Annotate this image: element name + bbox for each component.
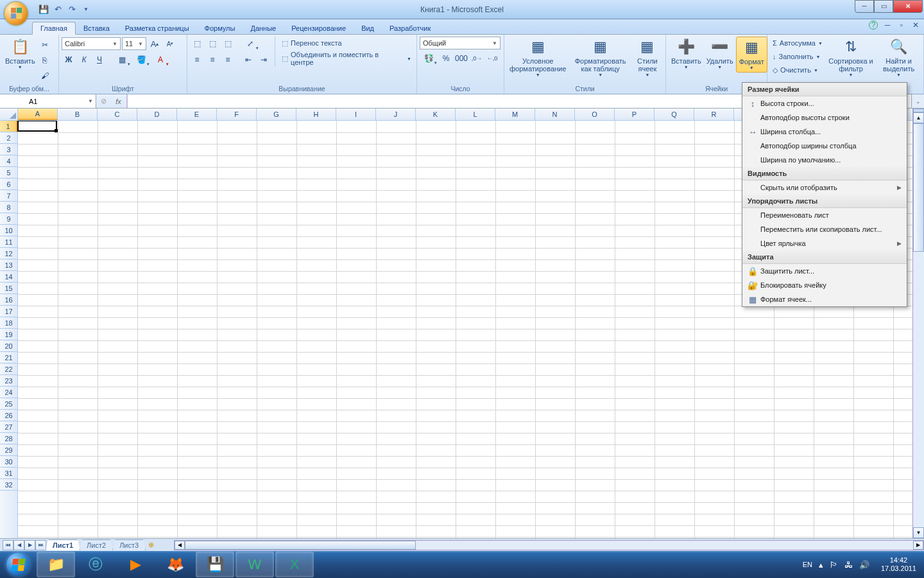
tab-data[interactable]: Данные	[243, 22, 284, 34]
row-header-18[interactable]: 18	[0, 317, 17, 329]
increase-indent-icon[interactable]: ⇥	[257, 53, 271, 67]
align-bottom-icon[interactable]: ⬚	[221, 37, 235, 51]
menu-default-width[interactable]: Ширина по умолчанию...	[742, 153, 907, 167]
sheet-tab-2[interactable]: Лист2	[80, 539, 113, 550]
col-header-Q[interactable]: Q	[654, 109, 694, 120]
scroll-thumb-h[interactable]	[185, 541, 416, 550]
row-header-13[interactable]: 13	[0, 259, 17, 271]
row-header-9[interactable]: 9	[0, 213, 17, 225]
tab-insert[interactable]: Вставка	[76, 22, 117, 34]
sheet-tab-3[interactable]: Лист3	[112, 539, 146, 550]
paste-button[interactable]: 📋 Вставить▼	[3, 37, 38, 83]
fill-button[interactable]: ↓Заполнить▼	[770, 50, 825, 63]
taskbar-word[interactable]: W	[235, 552, 274, 577]
qat-customize-icon[interactable]: ▼	[81, 4, 91, 15]
scroll-up-icon[interactable]: ▲	[913, 112, 924, 123]
menu-lock-cell[interactable]: 🔐Блокировать ячейку	[742, 278, 907, 292]
col-header-H[interactable]: H	[296, 109, 336, 120]
menu-tab-color[interactable]: Цвет ярлычка▶	[742, 236, 907, 250]
row-header-6[interactable]: 6	[0, 179, 17, 190]
scroll-left-icon[interactable]: ◀	[175, 541, 185, 550]
col-header-B[interactable]: B	[58, 109, 98, 120]
save-icon[interactable]: 💾	[38, 4, 49, 15]
last-sheet-icon[interactable]: ⏭	[35, 540, 46, 550]
close-button[interactable]: ✕	[893, 0, 923, 13]
align-left-icon[interactable]: ≡	[190, 53, 204, 67]
menu-move-copy-sheet[interactable]: Переместить или скопировать лист...	[742, 222, 907, 236]
underline-icon[interactable]: Ч	[92, 53, 107, 67]
tray-arrow-icon[interactable]: ▴	[819, 560, 823, 570]
font-color-icon[interactable]: A	[151, 53, 169, 67]
col-header-O[interactable]: O	[575, 109, 615, 120]
tab-page-layout[interactable]: Разметка страницы	[117, 22, 197, 34]
cut-icon[interactable]: ✂	[38, 38, 52, 52]
row-header-21[interactable]: 21	[0, 352, 17, 363]
row-header-16[interactable]: 16	[0, 294, 17, 306]
flag-icon[interactable]: 🏳	[830, 560, 838, 570]
menu-hide-unhide[interactable]: Скрыть или отобразить▶	[742, 180, 907, 195]
undo-icon[interactable]: ↶	[53, 4, 63, 15]
row-header-17[interactable]: 17	[0, 306, 17, 317]
find-select-button[interactable]: 🔍Найти и выделить▼	[877, 37, 921, 79]
align-right-icon[interactable]: ≡	[221, 53, 235, 67]
select-all-corner[interactable]	[0, 109, 18, 120]
col-header-J[interactable]: J	[376, 109, 416, 120]
doc-minimize-icon[interactable]: ─	[883, 21, 892, 30]
taskbar-explorer[interactable]: 📁	[37, 552, 75, 577]
row-header-29[interactable]: 29	[0, 444, 17, 456]
menu-autofit-col[interactable]: Автоподбор ширины столбца	[742, 139, 907, 153]
start-button[interactable]	[0, 551, 36, 578]
menu-format-cells[interactable]: ▦Формат ячеек...	[742, 292, 907, 306]
autosum-button[interactable]: ΣАвтосумма▼	[770, 37, 825, 49]
row-header-19[interactable]: 19	[0, 329, 17, 340]
col-header-G[interactable]: G	[257, 109, 296, 120]
copy-icon[interactable]: ⎘	[38, 53, 52, 67]
lang-indicator[interactable]: EN	[803, 561, 812, 568]
tab-home[interactable]: Главная	[32, 22, 76, 35]
col-header-D[interactable]: D	[137, 109, 177, 120]
font-name-combo[interactable]: Calibri▼	[62, 37, 121, 50]
office-button[interactable]	[4, 1, 28, 26]
comma-icon[interactable]: 000	[454, 51, 468, 66]
row-header-1[interactable]: 1	[0, 121, 17, 132]
format-as-table-button[interactable]: ▦Форматировать как таблицу▼	[569, 37, 631, 79]
align-middle-icon[interactable]: ⬚	[205, 37, 219, 51]
tab-view[interactable]: Вид	[354, 22, 382, 34]
format-cells-button[interactable]: ▦Формат▼	[736, 37, 767, 73]
decrease-indent-icon[interactable]: ⇤	[241, 53, 255, 67]
doc-restore-icon[interactable]: ▫	[897, 21, 906, 30]
italic-icon[interactable]: К	[77, 53, 91, 67]
tab-developer[interactable]: Разработчик	[382, 22, 438, 34]
row-header-5[interactable]: 5	[0, 167, 17, 179]
align-top-icon[interactable]: ⬚	[190, 37, 204, 51]
fx-cancel-icon[interactable]: ⊘	[96, 94, 110, 108]
row-header-2[interactable]: 2	[0, 132, 17, 144]
menu-col-width[interactable]: ↔Ширина столбца...	[742, 125, 907, 139]
menu-row-height[interactable]: ↕Высота строки...	[742, 96, 907, 110]
doc-close-icon[interactable]: ✕	[911, 21, 920, 30]
font-size-combo[interactable]: 11▼	[122, 37, 146, 50]
col-header-M[interactable]: M	[495, 109, 535, 120]
insert-cells-button[interactable]: ➕Вставить▼	[669, 37, 704, 73]
tab-formulas[interactable]: Формулы	[197, 22, 243, 34]
maximize-button[interactable]: ▭	[874, 0, 893, 13]
delete-cells-button[interactable]: ➖Удалить▼	[704, 37, 736, 73]
col-header-F[interactable]: F	[217, 109, 257, 120]
row-header-28[interactable]: 28	[0, 433, 17, 444]
vertical-scrollbar[interactable]: ▲ ▼	[912, 109, 924, 538]
menu-protect-sheet[interactable]: 🔒Защитить лист...	[742, 264, 907, 278]
horizontal-scrollbar[interactable]: ◀ ▶	[174, 540, 924, 550]
redo-icon[interactable]: ↷	[67, 4, 77, 15]
format-painter-icon[interactable]: 🖌	[38, 69, 52, 83]
col-header-P[interactable]: P	[615, 109, 654, 120]
row-header-7[interactable]: 7	[0, 190, 17, 202]
active-cell[interactable]	[17, 121, 57, 132]
clock[interactable]: 14:42 17.03.2011	[881, 556, 916, 573]
row-header-11[interactable]: 11	[0, 236, 17, 248]
scroll-right-icon[interactable]: ▶	[913, 541, 923, 550]
cell-styles-button[interactable]: ▦Стили ячеек▼	[632, 37, 663, 79]
shrink-font-icon[interactable]: A▾	[163, 37, 177, 51]
formula-expand-icon[interactable]: ⌄	[911, 94, 924, 108]
network-icon[interactable]: 🖧	[844, 560, 853, 570]
align-center-icon[interactable]: ≡	[205, 53, 219, 67]
